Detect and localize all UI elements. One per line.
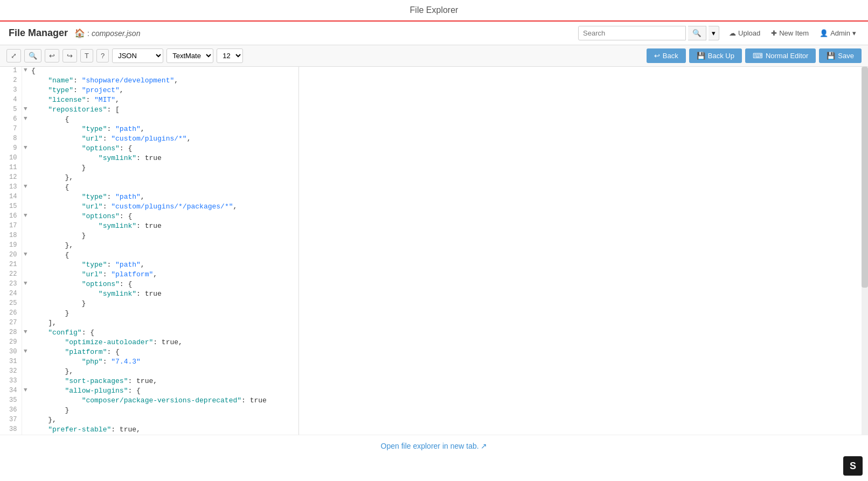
line-code: {	[29, 183, 298, 193]
line-number: 38	[0, 426, 22, 435]
line-code: }	[29, 309, 298, 319]
fold-toggle	[22, 173, 29, 183]
upload-icon: ☁	[729, 29, 736, 37]
scrollbar-thumb	[862, 67, 868, 288]
line-number: 13	[0, 183, 22, 193]
admin-icon: 👤	[820, 29, 828, 37]
symfony-icon: S	[843, 456, 863, 457]
fold-toggle[interactable]: ▼	[22, 115, 29, 125]
open-new-tab-link[interactable]: Open file explorer in new tab. ↗	[381, 442, 488, 450]
expand-button[interactable]: ⤢	[6, 49, 21, 62]
upload-button[interactable]: ☁ Upload	[726, 27, 763, 39]
fold-toggle[interactable]: ▼	[22, 67, 29, 76]
line-number: 12	[0, 173, 22, 183]
search-input[interactable]	[578, 26, 686, 40]
redo-button[interactable]: ↪	[63, 49, 77, 62]
text-icon: T	[85, 52, 89, 60]
fold-toggle	[22, 241, 29, 251]
new-item-button[interactable]: ✚ New Item	[768, 27, 812, 39]
line-number: 36	[0, 406, 22, 416]
line-number: 1	[0, 67, 22, 76]
table-row: 16 ▼ "options": {	[0, 212, 298, 222]
line-number: 37	[0, 416, 22, 426]
font-size-select[interactable]: 10 11 12 13 14 16	[217, 48, 243, 63]
line-code: "url": "platform",	[29, 270, 298, 280]
fold-toggle[interactable]: ▼	[22, 348, 29, 358]
line-number: 30	[0, 348, 22, 358]
editor-area: 1 ▼ { 2 "name": "shopware/development", …	[0, 67, 868, 435]
line-code: "sort-packages": true,	[29, 377, 298, 387]
file-manager-title: File Manager	[9, 27, 68, 39]
normal-editor-button[interactable]: ⌨ Normal Editor	[745, 48, 816, 63]
line-code: "platform": {	[29, 348, 298, 358]
page-title: File Explorer	[410, 5, 459, 15]
line-code: "optimize-autoloader": true,	[29, 338, 298, 348]
fold-toggle	[22, 76, 29, 86]
table-row: 37 },	[0, 416, 298, 426]
fold-toggle[interactable]: ▼	[22, 212, 29, 222]
line-code: "symlink": true	[29, 154, 298, 164]
line-code: "symlink": true	[29, 290, 298, 299]
table-row: 28 ▼ "config": {	[0, 329, 298, 338]
language-select[interactable]: JSON PHP HTML CSS JavaScript	[112, 48, 163, 63]
line-code: "options": {	[29, 280, 298, 290]
code-panel[interactable]: 1 ▼ { 2 "name": "shopware/development", …	[0, 67, 299, 435]
line-number: 5	[0, 106, 22, 115]
new-item-icon: ✚	[771, 29, 777, 37]
editor-search-icon: 🔍	[29, 52, 37, 60]
right-panel	[299, 67, 868, 435]
fold-toggle[interactable]: ▼	[22, 251, 29, 261]
expand-icon: ⤢	[11, 52, 17, 60]
line-number: 3	[0, 86, 22, 96]
search-button[interactable]: 🔍	[688, 26, 706, 40]
table-row: 14 "type": "path",	[0, 193, 298, 203]
fold-toggle	[22, 270, 29, 280]
table-row: 31 "php": "7.4.3"	[0, 358, 298, 367]
line-number: 25	[0, 299, 22, 309]
line-number: 19	[0, 241, 22, 251]
theme-select[interactable]: TextMate Eclipse GitHub Monokai	[166, 48, 213, 63]
line-code: "config": {	[29, 329, 298, 338]
table-row: 3 "type": "project",	[0, 86, 298, 96]
redo-icon: ↪	[67, 52, 73, 60]
line-number: 17	[0, 222, 22, 232]
backup-button[interactable]: 💾 Back Up	[689, 48, 742, 63]
admin-button[interactable]: 👤 Admin ▾	[816, 27, 859, 39]
line-number: 21	[0, 261, 22, 270]
fold-toggle	[22, 164, 29, 173]
line-code: {	[29, 251, 298, 261]
help-button[interactable]: ?	[96, 49, 109, 62]
fold-toggle	[22, 299, 29, 309]
line-code: }	[29, 164, 298, 173]
text-button[interactable]: T	[80, 49, 93, 62]
line-code: },	[29, 241, 298, 251]
fold-toggle	[22, 367, 29, 377]
line-code: "type": "path",	[29, 125, 298, 135]
back-button[interactable]: ↩ Back	[647, 48, 686, 63]
fold-toggle[interactable]: ▼	[22, 329, 29, 338]
fold-toggle[interactable]: ▼	[22, 106, 29, 115]
line-number: 27	[0, 319, 22, 329]
save-button[interactable]: 💾 Save	[819, 48, 862, 63]
editor-scrollbar[interactable]	[862, 67, 868, 435]
breadcrumb-file: composer.json	[92, 29, 141, 38]
fold-toggle[interactable]: ▼	[22, 387, 29, 396]
line-code: },	[29, 416, 298, 426]
table-row: 2 "name": "shopware/development",	[0, 76, 298, 86]
fold-toggle[interactable]: ▼	[22, 144, 29, 154]
line-code: }	[29, 406, 298, 416]
line-number: 23	[0, 280, 22, 290]
top-bar: File Explorer	[0, 0, 868, 22]
line-number: 9	[0, 144, 22, 154]
table-row: 8 "url": "custom/plugins/*",	[0, 135, 298, 144]
search-dropdown-button[interactable]: ▾	[709, 26, 719, 40]
editor-toolbar: ⤢ 🔍 ↩ ↪ T ? JSON PHP HTML CSS JavaScript…	[0, 45, 868, 67]
line-number: 7	[0, 125, 22, 135]
table-row: 19 },	[0, 241, 298, 251]
undo-button[interactable]: ↩	[45, 49, 59, 62]
fold-toggle[interactable]: ▼	[22, 183, 29, 193]
editor-search-button[interactable]: 🔍	[24, 49, 41, 62]
table-row: 23 ▼ "options": {	[0, 280, 298, 290]
fold-toggle[interactable]: ▼	[22, 280, 29, 290]
home-icon[interactable]: 🏠	[74, 28, 85, 38]
